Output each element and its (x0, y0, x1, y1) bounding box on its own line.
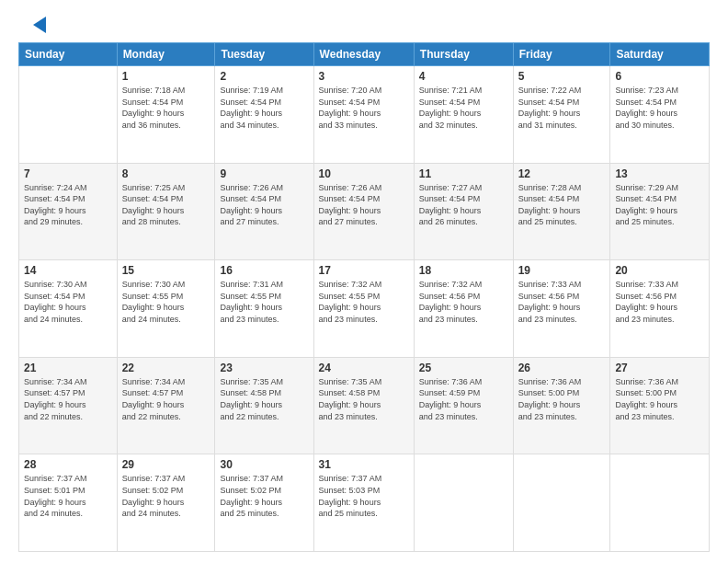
day-info: Sunrise: 7:36 AM Sunset: 5:00 PM Dayligh… (615, 376, 704, 422)
day-number: 3 (319, 70, 409, 83)
calendar-header-saturday: Saturday (610, 43, 710, 66)
day-number: 11 (419, 167, 508, 180)
day-number: 22 (122, 362, 210, 374)
calendar-cell: 18Sunrise: 7:32 AM Sunset: 4:56 PM Dayli… (414, 260, 513, 358)
day-info: Sunrise: 7:33 AM Sunset: 4:56 PM Dayligh… (518, 279, 606, 325)
calendar-cell (414, 454, 513, 552)
calendar-cell: 27Sunrise: 7:36 AM Sunset: 5:00 PM Dayli… (610, 357, 710, 454)
calendar-cell: 19Sunrise: 7:33 AM Sunset: 4:56 PM Dayli… (513, 260, 610, 358)
day-number: 17 (319, 264, 409, 277)
day-info: Sunrise: 7:35 AM Sunset: 4:58 PM Dayligh… (220, 376, 308, 422)
day-info: Sunrise: 7:23 AM Sunset: 4:54 PM Dayligh… (615, 85, 704, 131)
day-number: 19 (518, 264, 606, 277)
calendar-cell: 21Sunrise: 7:34 AM Sunset: 4:57 PM Dayli… (19, 357, 118, 454)
calendar-cell: 16Sunrise: 7:31 AM Sunset: 4:55 PM Dayli… (215, 260, 313, 358)
calendar-week-row: 28Sunrise: 7:37 AM Sunset: 5:01 PM Dayli… (19, 454, 710, 552)
day-number: 12 (518, 167, 606, 180)
day-info: Sunrise: 7:28 AM Sunset: 4:54 PM Dayligh… (518, 182, 606, 228)
calendar-cell: 20Sunrise: 7:33 AM Sunset: 4:56 PM Dayli… (610, 260, 710, 358)
calendar-cell: 29Sunrise: 7:37 AM Sunset: 5:02 PM Dayli… (117, 454, 215, 552)
calendar-week-row: 7Sunrise: 7:24 AM Sunset: 4:54 PM Daylig… (19, 163, 710, 260)
day-info: Sunrise: 7:18 AM Sunset: 4:54 PM Dayligh… (122, 85, 210, 131)
day-number: 6 (615, 70, 704, 83)
calendar-cell (610, 454, 710, 552)
day-info: Sunrise: 7:26 AM Sunset: 4:54 PM Dayligh… (220, 182, 308, 228)
day-number: 28 (24, 458, 112, 471)
calendar-header-row: SundayMondayTuesdayWednesdayThursdayFrid… (19, 43, 710, 66)
day-number: 20 (615, 264, 704, 277)
day-info: Sunrise: 7:25 AM Sunset: 4:54 PM Dayligh… (122, 182, 210, 228)
day-number: 14 (24, 264, 112, 277)
day-info: Sunrise: 7:34 AM Sunset: 4:57 PM Dayligh… (24, 376, 112, 422)
calendar-cell: 9Sunrise: 7:26 AM Sunset: 4:54 PM Daylig… (215, 163, 313, 260)
calendar-cell: 25Sunrise: 7:36 AM Sunset: 4:59 PM Dayli… (414, 357, 513, 454)
header (18, 17, 710, 33)
calendar-week-row: 21Sunrise: 7:34 AM Sunset: 4:57 PM Dayli… (19, 357, 710, 454)
calendar-cell: 8Sunrise: 7:25 AM Sunset: 4:54 PM Daylig… (117, 163, 215, 260)
calendar-header-thursday: Thursday (414, 43, 513, 66)
day-info: Sunrise: 7:22 AM Sunset: 4:54 PM Dayligh… (518, 85, 606, 131)
day-info: Sunrise: 7:19 AM Sunset: 4:54 PM Dayligh… (220, 85, 308, 131)
day-number: 23 (220, 362, 308, 374)
calendar-cell: 11Sunrise: 7:27 AM Sunset: 4:54 PM Dayli… (414, 163, 513, 260)
day-number: 16 (220, 264, 308, 277)
day-info: Sunrise: 7:37 AM Sunset: 5:02 PM Dayligh… (122, 473, 210, 519)
day-number: 27 (615, 362, 704, 374)
day-info: Sunrise: 7:34 AM Sunset: 4:57 PM Dayligh… (122, 376, 210, 422)
calendar-week-row: 14Sunrise: 7:30 AM Sunset: 4:54 PM Dayli… (19, 260, 710, 358)
day-info: Sunrise: 7:26 AM Sunset: 4:54 PM Dayligh… (319, 182, 409, 228)
day-number: 31 (319, 458, 409, 471)
calendar-header-wednesday: Wednesday (313, 43, 414, 66)
day-info: Sunrise: 7:21 AM Sunset: 4:54 PM Dayligh… (419, 85, 508, 131)
calendar-cell: 5Sunrise: 7:22 AM Sunset: 4:54 PM Daylig… (513, 66, 610, 164)
day-number: 24 (319, 362, 409, 374)
day-number: 8 (122, 167, 210, 180)
logo-flag-icon (20, 17, 46, 33)
day-info: Sunrise: 7:31 AM Sunset: 4:55 PM Dayligh… (220, 279, 308, 325)
day-number: 15 (122, 264, 210, 277)
day-info: Sunrise: 7:37 AM Sunset: 5:03 PM Dayligh… (319, 473, 409, 519)
day-info: Sunrise: 7:32 AM Sunset: 4:55 PM Dayligh… (319, 279, 409, 325)
calendar-cell: 14Sunrise: 7:30 AM Sunset: 4:54 PM Dayli… (19, 260, 118, 358)
day-number: 26 (518, 362, 606, 374)
calendar-cell: 26Sunrise: 7:36 AM Sunset: 5:00 PM Dayli… (513, 357, 610, 454)
day-number: 18 (419, 264, 508, 277)
day-number: 9 (220, 167, 308, 180)
day-info: Sunrise: 7:37 AM Sunset: 5:02 PM Dayligh… (220, 473, 308, 519)
logo (18, 17, 46, 33)
calendar-header-friday: Friday (513, 43, 610, 66)
calendar-header-sunday: Sunday (19, 43, 118, 66)
day-info: Sunrise: 7:37 AM Sunset: 5:01 PM Dayligh… (24, 473, 112, 519)
day-info: Sunrise: 7:36 AM Sunset: 5:00 PM Dayligh… (518, 376, 606, 422)
day-number: 13 (615, 167, 704, 180)
calendar-cell: 15Sunrise: 7:30 AM Sunset: 4:55 PM Dayli… (117, 260, 215, 358)
day-info: Sunrise: 7:33 AM Sunset: 4:56 PM Dayligh… (615, 279, 704, 325)
calendar-cell: 4Sunrise: 7:21 AM Sunset: 4:54 PM Daylig… (414, 66, 513, 164)
calendar-cell: 31Sunrise: 7:37 AM Sunset: 5:03 PM Dayli… (313, 454, 414, 552)
day-number: 30 (220, 458, 308, 471)
day-info: Sunrise: 7:32 AM Sunset: 4:56 PM Dayligh… (419, 279, 508, 325)
calendar-header-monday: Monday (117, 43, 215, 66)
day-number: 5 (518, 70, 606, 83)
day-number: 21 (24, 362, 112, 374)
day-info: Sunrise: 7:24 AM Sunset: 4:54 PM Dayligh… (24, 182, 112, 228)
day-info: Sunrise: 7:30 AM Sunset: 4:54 PM Dayligh… (24, 279, 112, 325)
calendar-cell: 17Sunrise: 7:32 AM Sunset: 4:55 PM Dayli… (313, 260, 414, 358)
calendar-cell: 24Sunrise: 7:35 AM Sunset: 4:58 PM Dayli… (313, 357, 414, 454)
calendar-cell: 2Sunrise: 7:19 AM Sunset: 4:54 PM Daylig… (215, 66, 313, 164)
calendar-cell: 23Sunrise: 7:35 AM Sunset: 4:58 PM Dayli… (215, 357, 313, 454)
day-number: 29 (122, 458, 210, 471)
day-info: Sunrise: 7:36 AM Sunset: 4:59 PM Dayligh… (419, 376, 508, 422)
calendar-cell (513, 454, 610, 552)
day-info: Sunrise: 7:30 AM Sunset: 4:55 PM Dayligh… (122, 279, 210, 325)
day-info: Sunrise: 7:29 AM Sunset: 4:54 PM Dayligh… (615, 182, 704, 228)
svg-marker-0 (33, 17, 46, 33)
calendar-cell: 1Sunrise: 7:18 AM Sunset: 4:54 PM Daylig… (117, 66, 215, 164)
calendar-cell: 13Sunrise: 7:29 AM Sunset: 4:54 PM Dayli… (610, 163, 710, 260)
calendar-cell: 28Sunrise: 7:37 AM Sunset: 5:01 PM Dayli… (19, 454, 118, 552)
day-number: 1 (122, 70, 210, 83)
calendar-cell (19, 66, 118, 164)
day-info: Sunrise: 7:35 AM Sunset: 4:58 PM Dayligh… (319, 376, 409, 422)
calendar-cell: 6Sunrise: 7:23 AM Sunset: 4:54 PM Daylig… (610, 66, 710, 164)
day-number: 10 (319, 167, 409, 180)
